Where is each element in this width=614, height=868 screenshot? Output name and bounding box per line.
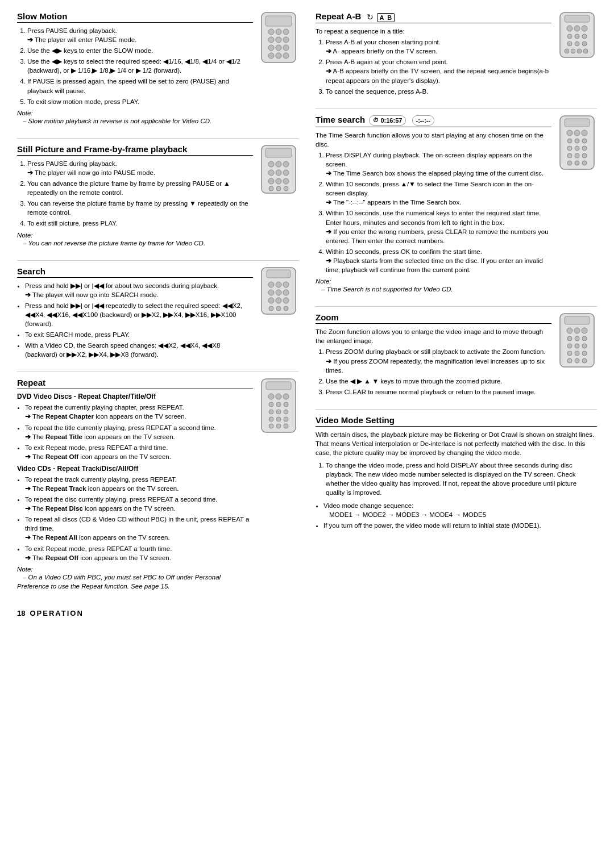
arrow-text: ➔ — [25, 433, 31, 440]
svg-point-65 — [575, 34, 579, 39]
svg-point-17 — [276, 161, 281, 167]
svg-point-10 — [283, 45, 289, 51]
svg-point-89 — [575, 161, 579, 165]
svg-point-95 — [582, 328, 587, 333]
arrow-text: ➔ — [326, 170, 331, 177]
time-search-steps: Press DISPLAY during playback. The on-sc… — [316, 151, 551, 274]
svg-point-26 — [276, 186, 281, 191]
repeat-note: Note: – On a Video CD with PBC, you must… — [17, 566, 253, 591]
svg-point-40 — [276, 306, 281, 311]
svg-point-105 — [567, 358, 572, 363]
svg-point-76 — [567, 130, 572, 136]
svg-point-24 — [283, 178, 289, 184]
time-search-intro: The Time Search function allows you to s… — [316, 131, 551, 149]
list-item: To repeat the title currently playing, p… — [25, 423, 253, 441]
svg-rect-75 — [565, 119, 590, 127]
svg-point-71 — [571, 49, 575, 53]
svg-point-54 — [276, 417, 281, 422]
arrow-text: ➔ — [326, 68, 331, 74]
svg-point-49 — [284, 402, 288, 407]
svg-point-3 — [276, 29, 281, 35]
zoom-intro: The Zoom function allows you to enlarge … — [316, 327, 551, 345]
list-item: You can reverse the picture frame by fra… — [27, 199, 253, 217]
svg-point-30 — [268, 282, 274, 287]
svg-point-31 — [276, 282, 281, 287]
svg-point-55 — [284, 417, 288, 422]
svg-point-102 — [567, 351, 572, 356]
arrow-text: ➔ — [27, 36, 33, 43]
arrow-text: ➔ — [27, 169, 33, 176]
list-item: Press CLEAR to resume normal playback or… — [326, 387, 551, 397]
svg-point-38 — [283, 298, 289, 303]
svg-point-68 — [575, 41, 579, 46]
svg-point-13 — [283, 53, 289, 59]
list-item: Press A-B again at your chosen end point… — [326, 57, 551, 85]
svg-point-84 — [582, 146, 587, 151]
section-search: Search Press and hold ▶▶| or |◀◀ for abo… — [17, 266, 298, 362]
section-zoom: Zoom The Zoom function allows you to enl… — [316, 312, 597, 399]
svg-rect-60 — [565, 15, 590, 22]
list-item: Use the ◀▶ keys to select the required s… — [27, 57, 253, 75]
arrow-text: ➔ — [25, 505, 31, 512]
time-search-remote-image — [557, 115, 597, 173]
svg-point-23 — [276, 178, 281, 184]
svg-point-100 — [575, 344, 579, 348]
list-item: To exit SEARCH mode, press PLAY. — [25, 330, 253, 339]
list-item: Use the ◀ ▶ ▲ ▼ keys to move through the… — [326, 377, 551, 386]
svg-point-58 — [284, 424, 288, 428]
left-column: Slow Motion Press PAUSE during playback.… — [17, 11, 298, 603]
svg-point-56 — [269, 424, 273, 428]
video-mode-intro: With certain discs, the playback picture… — [316, 430, 597, 457]
list-item: To exit still picture, press PLAY. — [27, 219, 253, 228]
svg-point-64 — [567, 34, 572, 39]
repeat-vcd-subtitle: Video CDs - Repeat Track/Disc/All/Off — [17, 465, 253, 473]
list-item: Press and hold ▶▶| or |◀◀ for about two … — [25, 281, 253, 299]
svg-point-104 — [582, 351, 587, 356]
mode-sequence: MODE1 → MODE2 → MODE3 → MODE4 → MODE5 — [323, 511, 486, 518]
svg-point-22 — [268, 178, 274, 184]
video-mode-steps: To change the video mode, press and hold… — [316, 461, 597, 497]
arrow-text: ➔ — [25, 413, 31, 420]
svg-point-99 — [567, 344, 572, 348]
arrow-text: ➔ — [326, 48, 331, 55]
repeat-ab-remote-image — [557, 11, 597, 61]
svg-point-19 — [268, 170, 274, 176]
svg-point-78 — [582, 130, 587, 136]
svg-point-57 — [276, 424, 281, 428]
svg-point-32 — [283, 282, 289, 287]
svg-rect-43 — [266, 382, 291, 390]
list-item: Within 10 seconds, press OK to confirm t… — [326, 247, 551, 274]
repeat-ab-intro: To repeat a sequence in a title: — [316, 27, 551, 36]
svg-point-12 — [276, 53, 281, 59]
svg-point-25 — [269, 186, 273, 191]
svg-point-97 — [575, 336, 579, 341]
list-item: Press and hold ▶▶| or |◀◀ repeatedly to … — [25, 301, 253, 328]
svg-point-16 — [268, 161, 274, 167]
svg-point-46 — [283, 394, 289, 399]
svg-point-45 — [276, 394, 281, 399]
svg-point-73 — [583, 49, 588, 53]
svg-point-39 — [269, 306, 273, 311]
time-dashes-box: -:--:-- — [412, 115, 435, 126]
svg-point-94 — [574, 328, 580, 333]
svg-point-47 — [269, 402, 273, 407]
svg-point-50 — [269, 410, 273, 414]
svg-rect-15 — [265, 148, 292, 157]
svg-point-11 — [268, 53, 274, 59]
svg-point-81 — [582, 139, 587, 143]
list-item: Press PAUSE during playback. ➔ The playe… — [27, 159, 253, 177]
list-item: Video mode change sequence: MODE1 → MODE… — [323, 501, 597, 519]
svg-point-79 — [567, 139, 572, 143]
svg-point-8 — [268, 45, 274, 51]
video-mode-title: Video Mode Setting — [316, 415, 597, 427]
svg-point-52 — [284, 410, 288, 414]
list-item: Use the ◀▶ keys to enter the SLOW mode. — [27, 46, 253, 55]
repeat-title: Repeat — [17, 378, 253, 389]
section-still-picture: Still Picture and Frame-by-frame playbac… — [17, 144, 298, 250]
svg-point-83 — [575, 146, 579, 151]
arrow-text: ➔ — [25, 554, 31, 561]
section-repeat-ab: Repeat A-B ↻ A B To repeat a sequence in… — [316, 11, 597, 98]
repeat-dvd-subtitle: DVD Video Discs - Repeat Chapter/Title/O… — [17, 393, 253, 400]
list-item: To exit slow motion mode, press PLAY. — [27, 97, 253, 106]
svg-point-93 — [567, 328, 572, 333]
